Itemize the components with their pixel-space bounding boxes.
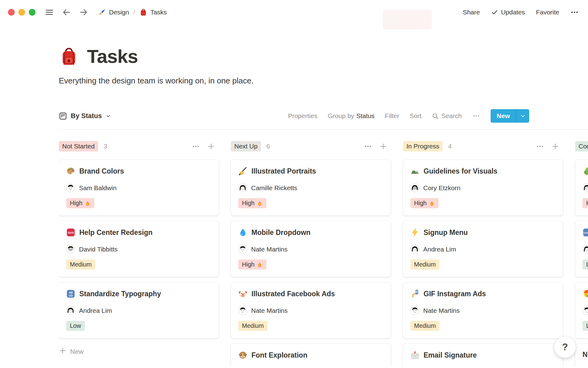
priority-label: Medium [414,322,436,330]
updates-button[interactable]: Updates [491,9,525,16]
card-title: Mobile Dropdown [251,228,311,237]
column-add-card-icon[interactable] [552,143,559,150]
parrot-emoji-icon [582,167,588,176]
favorite-button[interactable]: Favorite [536,9,559,16]
task-card[interactable]: ABCDStandardize TypographyAndrea LimLow [59,282,219,338]
priority-label: Medium [70,261,92,268]
toolbar-ellipsis-button[interactable] [472,112,480,120]
priority-label: High [242,261,254,268]
task-card[interactable]: Email Signature [403,344,563,367]
card-title: Help Center Redesign [79,228,153,237]
priority-badge: Medium [66,259,95,270]
breadcrumb-item-tasks[interactable]: Tasks [139,8,167,16]
board-column-next-up: Next Up6Illustrated PortraitsCamille Ric… [231,141,391,367]
task-card[interactable]: UCHigh [575,160,588,216]
favorite-label: Favorite [536,9,559,16]
task-card[interactable]: Illustrated PortraitsCamille RickettsHig… [231,160,391,216]
toolbar-divider [59,129,588,130]
breadcrumb-item-design[interactable]: Design [98,8,129,16]
topbar-actions: Share Updates Favorite [463,8,579,17]
priority-badge: High [582,198,588,208]
properties-button[interactable]: Properties [288,112,317,120]
add-new-label: New [70,348,84,356]
palette-emoji-icon [66,167,75,176]
column-header: Completed [575,141,588,152]
status-badge[interactable]: Completed [575,141,588,151]
priority-label: High [586,199,588,207]
task-card[interactable]: SOSHelp Center RedesignDavid TibbittsMed… [59,221,219,277]
page-title[interactable]: Tasks [87,45,138,67]
column-add-card-icon[interactable] [379,143,387,150]
column-add-card-icon[interactable] [207,143,215,150]
priority-label: High [70,199,82,207]
close-window-button[interactable] [8,9,15,16]
card-assignee: Andrea Lim [410,245,556,254]
priority-badge: High [238,259,266,270]
minimize-window-button[interactable] [18,9,25,16]
status-badge[interactable]: Next Up [231,141,261,151]
forward-button[interactable] [79,8,88,17]
priority-label: Low [586,261,588,268]
share-button[interactable]: Share [463,9,480,16]
task-card[interactable]: Guidelines for VisualsCory EtzkornHigh [403,160,563,216]
filter-button[interactable]: Filter [385,112,399,120]
new-button[interactable]: New [491,109,529,123]
avatar [582,183,588,192]
card-title: GIF Instagram Ads [424,290,486,298]
page-icon-backpack-emoji[interactable] [59,46,79,67]
card-assignee: Andrea Lim [66,306,211,315]
assignee-name: Cory Etzkorn [423,184,460,192]
priority-label: Medium [242,322,264,330]
abcd-emoji-icon: ABCD [66,289,75,298]
lightning-emoji-icon [410,228,420,237]
board: Not Started3Brand ColorsSam BaldwinHighS… [59,141,588,367]
task-card[interactable]: Mobile DropdownNate MartinsHigh [231,221,391,277]
sidebar-menu-button[interactable] [45,8,54,17]
card-title: Email Signature [424,351,477,359]
status-badge[interactable]: Not Started [59,141,98,151]
view-switcher[interactable]: By Status [59,112,111,120]
priority-label: Medium [414,261,436,268]
column-options-icon[interactable] [536,142,544,151]
breadcrumb-label: Tasks [150,9,167,16]
card-assignee: N [582,306,588,315]
search-label: Search [441,112,462,120]
card-assignee: A [582,245,588,254]
avatar [582,306,588,315]
new-button-chevron[interactable] [516,109,529,123]
sort-button[interactable]: Sort [410,112,422,120]
selfie-emoji-icon [410,289,420,298]
column-header: Not Started3 [59,141,219,152]
task-card[interactable]: N [575,344,588,367]
more-options-button[interactable] [570,8,579,17]
task-card[interactable]: Brand ColorsSam BaldwinHigh [59,160,219,216]
page-description[interactable]: Everything the design team is working on… [59,75,529,86]
assignee-name: Andrea Lim [79,307,112,314]
task-card[interactable]: Illustrated Facebook AdsNate MartinsMedi… [231,282,391,338]
back-button[interactable] [62,8,71,17]
task-card[interactable]: Signup MenuAndrea LimMedium [403,221,563,277]
column-options-icon[interactable] [364,142,372,151]
task-card[interactable]: HNLow [575,282,588,338]
priority-badge: High [66,198,94,208]
task-card[interactable]: COOLEALow [575,221,588,277]
column-options-icon[interactable] [192,142,200,151]
zoom-window-button[interactable] [29,9,36,16]
sos-emoji-icon: SOS [66,228,75,237]
priority-badge: Low [66,321,85,331]
add-new-card-button[interactable]: New [59,347,219,356]
help-button[interactable]: ? [554,336,576,358]
priority-badge: Low [582,321,588,331]
column-cards: UCHighCOOLEALowHNLowN [575,160,588,367]
assignee-name: Andrea Lim [423,246,456,253]
task-card[interactable]: GIF Instagram AdsNate MartinsMedium [403,282,563,338]
avatar [66,183,75,192]
check-icon [491,9,498,16]
status-badge[interactable]: In Progress [403,141,443,151]
task-card[interactable]: Font Exploration [231,344,391,367]
group-by-button[interactable]: Group byStatus [328,112,375,120]
search-button[interactable]: Search [432,112,462,120]
board-column-in-progress: In Progress4Guidelines for VisualsCory E… [403,141,563,367]
column-header: In Progress4 [403,141,563,152]
share-label: Share [463,9,480,16]
